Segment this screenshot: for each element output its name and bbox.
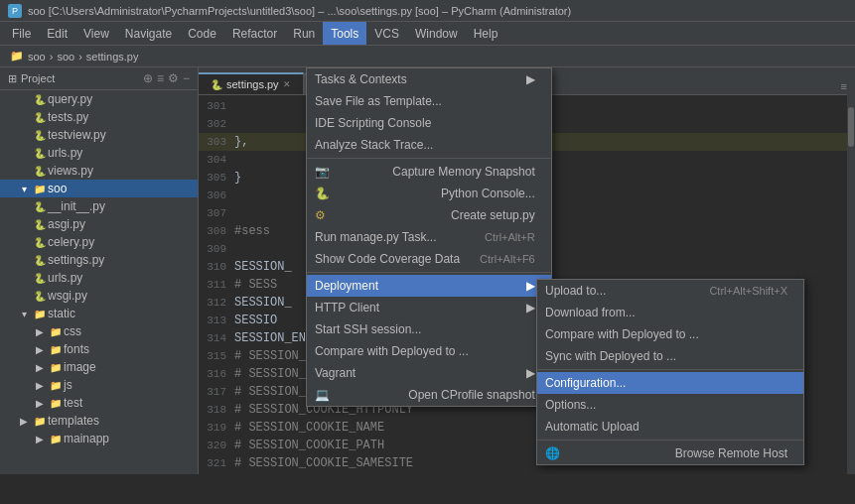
scrollbar-thumb[interactable]	[848, 107, 854, 147]
py-icon: 🐍	[32, 148, 48, 159]
dropdown-configuration[interactable]: Configuration...	[537, 372, 803, 394]
dropdown-compare-deployed[interactable]: Compare with Deployed to ...	[307, 340, 551, 362]
dropdown-save-template[interactable]: Save File as Template...	[307, 90, 551, 112]
sidebar-item-init[interactable]: 🐍 __init__.py	[0, 197, 198, 215]
tab-icon: 🐍	[211, 79, 222, 90]
sidebar-item-soo[interactable]: ▾ 📁 soo	[0, 180, 198, 197]
dropdown-tasks[interactable]: Tasks & Contexts ▶	[307, 68, 551, 90]
sidebar-item-static[interactable]: ▾ 📁 static	[0, 305, 198, 322]
sidebar-toolbar: ⊕ ≡ ⚙ −	[143, 71, 190, 85]
sidebar-item-label: celery.py	[48, 235, 198, 249]
dropdown-create-setup[interactable]: ⚙ Create setup.py	[307, 204, 551, 226]
breadcrumb-item-3[interactable]: settings.py	[86, 51, 139, 63]
dropdown-item-label: Sync with Deployed to ...	[545, 349, 676, 363]
sidebar-item-label: mainapp	[64, 432, 198, 445]
menu-help[interactable]: Help	[466, 22, 506, 45]
sidebar-item-fonts[interactable]: ▶ 📁 fonts	[0, 340, 198, 358]
dropdown-item-label: Analyze Stack Trace...	[315, 138, 433, 152]
dropdown-ssh-session[interactable]: Start SSH session...	[307, 318, 551, 340]
sidebar-item-label: tests.py	[48, 110, 198, 124]
dropdown-manage-task[interactable]: Run manage.py Task... Ctrl+Alt+R	[307, 226, 551, 248]
sidebar-item-templates[interactable]: ▶ 📁 templates	[0, 412, 198, 430]
folder-icon: 📁	[48, 398, 64, 409]
sidebar-item-tests[interactable]: 🐍 tests.py	[0, 108, 198, 126]
menu-file[interactable]: File	[4, 22, 39, 45]
sidebar-item-label: urls.py	[48, 146, 198, 160]
dropdown-deployment[interactable]: Deployment ▶	[307, 275, 551, 297]
menu-window[interactable]: Window	[407, 22, 466, 45]
tab-close[interactable]: ✕	[283, 79, 291, 89]
dropdown-http-client[interactable]: HTTP Client ▶	[307, 297, 551, 318]
py-icon: 🐍	[32, 255, 48, 266]
breadcrumb-item-2[interactable]: soo	[57, 51, 74, 63]
sidebar-item-urls2[interactable]: 🐍 urls.py	[0, 269, 198, 287]
menu-run[interactable]: Run	[285, 22, 323, 45]
editor-scrollbar[interactable]	[847, 67, 855, 474]
py-icon: 🐍	[32, 130, 48, 141]
editor-area[interactable]: 🐍 settings.py ✕ 🐍 exceptions.py ✕ ≡ 301	[199, 67, 855, 474]
tab-settings[interactable]: 🐍 settings.py ✕	[199, 72, 304, 94]
menu-vcs[interactable]: VCS	[366, 22, 407, 45]
py-icon: 🐍	[32, 273, 48, 284]
menu-refactor[interactable]: Refactor	[224, 22, 285, 45]
dropdown-python-console[interactable]: 🐍 Python Console...	[307, 183, 551, 204]
sidebar-icon-2[interactable]: ≡	[157, 71, 164, 85]
sidebar-item-label: settings.py	[48, 253, 198, 267]
menu-navigate[interactable]: Navigate	[117, 22, 180, 45]
sidebar-item-urls1[interactable]: 🐍 urls.py	[0, 144, 198, 162]
dropdown-capture-memory[interactable]: 📷 Capture Memory Snapshot	[307, 161, 551, 183]
sidebar-item-mainapp[interactable]: ▶ 📁 mainapp	[0, 430, 198, 447]
menu-view[interactable]: View	[75, 22, 117, 45]
sidebar-collapse[interactable]: −	[183, 71, 190, 85]
globe-icon: 🌐	[545, 446, 560, 460]
dropdown-upload-to[interactable]: Upload to... Ctrl+Alt+Shift+X	[537, 280, 803, 302]
sidebar-item-label: image	[64, 360, 198, 374]
sidebar-item-image[interactable]: ▶ 📁 image	[0, 358, 198, 376]
dropdown-browse-remote[interactable]: 🌐 Browse Remote Host	[537, 442, 803, 464]
menu-code[interactable]: Code	[180, 22, 224, 45]
sidebar-item-test[interactable]: ▶ 📁 test	[0, 394, 198, 412]
dropdown-item-label: Tasks & Contexts	[315, 72, 407, 86]
sidebar-item-settings[interactable]: 🐍 settings.py	[0, 251, 198, 269]
py-icon: 🐍	[315, 187, 330, 200]
folder-icon: 📁	[32, 184, 48, 194]
sidebar-item-js[interactable]: ▶ 📁 js	[0, 376, 198, 394]
main-layout: ⊞ Project ⊕ ≡ ⚙ − 🐍 query.py 🐍 tests.py …	[0, 67, 855, 474]
sidebar-item-css[interactable]: ▶ 📁 css	[0, 322, 198, 340]
dropdown-item-label: Download from...	[545, 306, 636, 319]
sidebar-icon-1[interactable]: ⊕	[143, 71, 153, 85]
breadcrumb-item-1[interactable]: soo	[28, 51, 46, 63]
sidebar-item-testview[interactable]: 🐍 testview.py	[0, 126, 198, 144]
dropdown-sync-deployed[interactable]: Sync with Deployed to ...	[537, 345, 803, 367]
chevron-right-icon: ▶	[32, 344, 48, 355]
sidebar-icon-3[interactable]: ⚙	[168, 71, 179, 85]
sidebar-item-celery[interactable]: 🐍 celery.py	[0, 233, 198, 251]
sidebar-item-wsgi[interactable]: 🐍 wsgi.py	[0, 287, 198, 305]
arrow-icon: ▶	[526, 279, 535, 293]
dropdown-vagrant[interactable]: Vagrant ▶	[307, 362, 551, 384]
sidebar-item-label: urls.py	[48, 271, 198, 285]
dropdown-ide-scripting[interactable]: IDE Scripting Console	[307, 112, 551, 134]
py-icon: 🐍	[32, 94, 48, 105]
py-icon: 🐍	[32, 201, 48, 212]
shortcut-label: Ctrl+Alt+R	[485, 231, 535, 243]
dropdown-analyze-stack[interactable]: Analyze Stack Trace...	[307, 134, 551, 156]
dropdown-auto-upload[interactable]: Automatic Upload	[537, 416, 803, 438]
dropdown-cprofile[interactable]: 💻 Open CProfile snapshot	[307, 384, 551, 406]
sidebar-item-views[interactable]: 🐍 views.py	[0, 162, 198, 180]
dropdown-options[interactable]: Options...	[537, 394, 803, 416]
menu-tools[interactable]: Tools	[323, 22, 366, 45]
deployment-submenu-dropdown[interactable]: Upload to... Ctrl+Alt+Shift+X Download f…	[536, 279, 804, 465]
dropdown-download-from[interactable]: Download from...	[537, 302, 803, 323]
py-icon: 🐍	[32, 237, 48, 248]
sidebar-item-query[interactable]: 🐍 query.py	[0, 90, 198, 108]
dropdown-separator	[307, 272, 551, 273]
chevron-right-icon: ▶	[16, 416, 32, 427]
menu-edit[interactable]: Edit	[39, 22, 75, 45]
dropdown-separator	[307, 158, 551, 159]
tools-menu-dropdown[interactable]: Tasks & Contexts ▶ Save File as Template…	[306, 67, 552, 407]
py-icon: 🐍	[32, 219, 48, 230]
dropdown-compare-deployed-sub[interactable]: Compare with Deployed to ...	[537, 323, 803, 345]
sidebar-item-asgi[interactable]: 🐍 asgi.py	[0, 215, 198, 233]
dropdown-coverage[interactable]: Show Code Coverage Data Ctrl+Alt+F6	[307, 248, 551, 270]
